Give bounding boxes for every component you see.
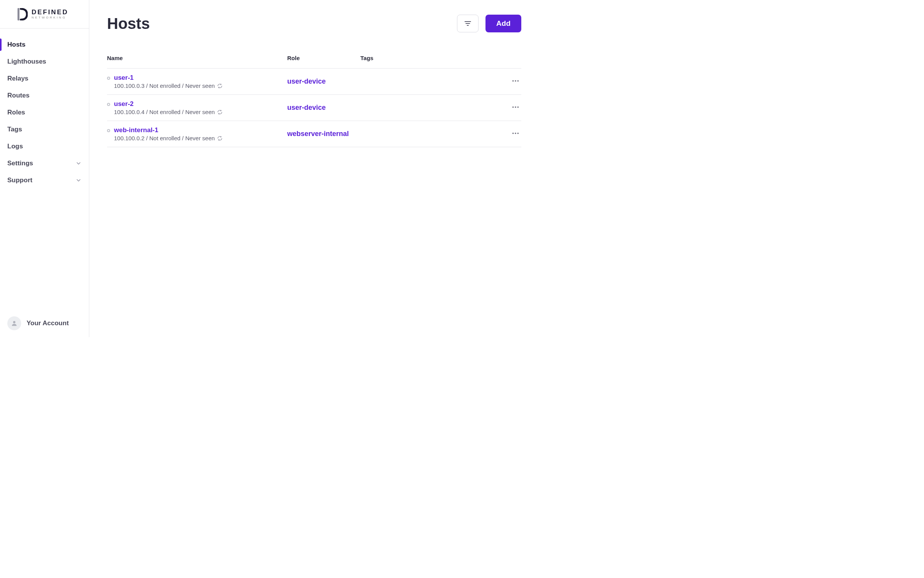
status-indicator xyxy=(107,77,110,80)
table-row: user-2100.100.0.4 / Not enrolled / Never… xyxy=(107,95,521,121)
sidebar-item-label: Logs xyxy=(7,143,23,150)
filter-button[interactable] xyxy=(457,15,479,32)
more-actions-button[interactable] xyxy=(510,75,521,88)
filter-icon xyxy=(464,20,472,27)
svg-point-9 xyxy=(517,106,519,108)
status-indicator xyxy=(107,103,110,106)
host-name-link[interactable]: user-2 xyxy=(114,100,223,108)
svg-point-0 xyxy=(13,321,15,323)
host-name-link[interactable]: user-1 xyxy=(114,74,223,82)
chevron-down-icon xyxy=(75,160,82,166)
chevron-down-icon xyxy=(75,177,82,183)
logo-icon xyxy=(17,8,28,20)
sidebar-nav: HostsLighthousesRelaysRoutesRolesTagsLog… xyxy=(0,29,89,309)
svg-point-12 xyxy=(517,133,519,134)
sidebar-item-settings[interactable]: Settings xyxy=(0,155,89,172)
avatar xyxy=(7,316,21,330)
sidebar-item-hosts[interactable]: Hosts xyxy=(0,36,89,53)
column-header-role[interactable]: Role xyxy=(287,55,360,61)
host-name-link[interactable]: web-internal-1 xyxy=(114,126,223,134)
host-meta: 100.100.0.3 / Not enrolled / Never seen xyxy=(114,82,223,89)
sidebar-item-label: Routes xyxy=(7,92,30,99)
sidebar-item-relays[interactable]: Relays xyxy=(0,70,89,87)
svg-point-5 xyxy=(515,80,516,82)
sidebar-item-label: Roles xyxy=(7,109,25,116)
svg-point-10 xyxy=(512,133,514,134)
user-icon xyxy=(11,320,18,327)
sidebar-item-lighthouses[interactable]: Lighthouses xyxy=(0,53,89,70)
sidebar-item-label: Hosts xyxy=(7,41,25,49)
page-header: Hosts Add xyxy=(107,15,521,32)
more-actions-button[interactable] xyxy=(510,101,521,114)
account-menu[interactable]: Your Account xyxy=(0,309,89,337)
sidebar-item-label: Tags xyxy=(7,126,22,133)
refresh-icon[interactable] xyxy=(217,136,223,141)
more-actions-button[interactable] xyxy=(510,128,521,141)
sidebar-item-roles[interactable]: Roles xyxy=(0,104,89,121)
column-header-name[interactable]: Name xyxy=(107,55,287,61)
cell-name: user-2100.100.0.4 / Not enrolled / Never… xyxy=(107,100,287,115)
svg-point-6 xyxy=(517,80,519,82)
sidebar-item-tags[interactable]: Tags xyxy=(0,121,89,138)
svg-point-4 xyxy=(512,80,514,82)
more-horizontal-icon xyxy=(511,129,520,138)
table-row: user-1100.100.0.3 / Not enrolled / Never… xyxy=(107,69,521,95)
more-horizontal-icon xyxy=(511,77,520,85)
host-role-link[interactable]: user-device xyxy=(287,77,360,86)
page-title: Hosts xyxy=(107,15,150,32)
account-label: Your Account xyxy=(27,319,69,327)
cell-name: web-internal-1100.100.0.2 / Not enrolled… xyxy=(107,126,287,141)
more-horizontal-icon xyxy=(511,103,520,111)
main-content: Hosts Add Name Role Tags user-1100.100.0… xyxy=(89,0,539,337)
host-meta: 100.100.0.2 / Not enrolled / Never seen xyxy=(114,135,223,141)
sidebar-item-logs[interactable]: Logs xyxy=(0,138,89,155)
logo-text: DEFINED NETWORKING xyxy=(32,9,69,19)
host-meta: 100.100.0.4 / Not enrolled / Never seen xyxy=(114,109,223,115)
hosts-table: Name Role Tags user-1100.100.0.3 / Not e… xyxy=(107,55,521,147)
sidebar-item-support[interactable]: Support xyxy=(0,172,89,189)
table-header: Name Role Tags xyxy=(107,55,521,69)
refresh-icon[interactable] xyxy=(217,83,223,89)
column-header-tags[interactable]: Tags xyxy=(360,55,502,61)
table-row: web-internal-1100.100.0.2 / Not enrolled… xyxy=(107,121,521,147)
header-actions: Add xyxy=(457,15,521,32)
add-button[interactable]: Add xyxy=(485,15,521,32)
refresh-icon[interactable] xyxy=(217,109,223,115)
svg-point-7 xyxy=(512,106,514,108)
status-indicator xyxy=(107,129,110,132)
sidebar-item-label: Settings xyxy=(7,160,33,167)
cell-name: user-1100.100.0.3 / Not enrolled / Never… xyxy=(107,74,287,89)
host-role-link[interactable]: webserver-internal xyxy=(287,130,360,138)
sidebar-item-routes[interactable]: Routes xyxy=(0,87,89,104)
logo[interactable]: DEFINED NETWORKING xyxy=(0,0,89,29)
svg-point-11 xyxy=(515,133,516,134)
sidebar-item-label: Relays xyxy=(7,75,28,82)
host-role-link[interactable]: user-device xyxy=(287,104,360,112)
sidebar-item-label: Support xyxy=(7,176,32,184)
sidebar: DEFINED NETWORKING HostsLighthousesRelay… xyxy=(0,0,89,337)
sidebar-item-label: Lighthouses xyxy=(7,58,46,66)
svg-point-8 xyxy=(515,106,516,108)
